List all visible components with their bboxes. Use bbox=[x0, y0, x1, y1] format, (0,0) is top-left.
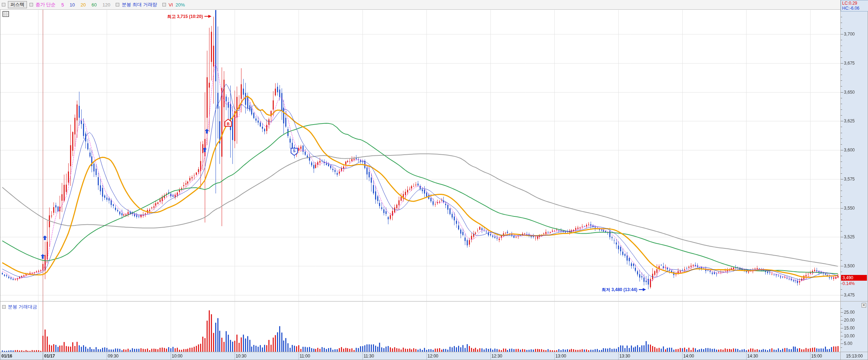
low-annotation: 최저 3,480 (13:44) bbox=[602, 286, 646, 293]
vi-value: 20% bbox=[176, 2, 185, 8]
price-ma-legend[interactable]: 종가 단순 bbox=[36, 1, 56, 8]
time-axis-label: 01/17 bbox=[44, 354, 55, 359]
buy-marker: B bbox=[225, 119, 232, 128]
ma-period-120[interactable]: 120 bbox=[102, 2, 110, 8]
symbol-box[interactable]: 퍼스텍 bbox=[8, 1, 27, 8]
price-axis-label: 3,575 bbox=[844, 177, 855, 182]
volume-axis-label: 25.00 bbox=[844, 310, 855, 315]
time-axis-label: 13:00 bbox=[555, 354, 566, 359]
low-annotation-text: 최저 3,480 (13:44) bbox=[602, 286, 637, 293]
time-axis-label: 12:00 bbox=[428, 354, 438, 359]
volume-axis-label: 5.00 bbox=[844, 341, 852, 346]
stock-chart-window: 퍼스텍 종가 단순 5 10 20 60 120 분봉 최대 거래량 VI 20… bbox=[0, 0, 868, 360]
time-axis-label: 13:30 bbox=[619, 354, 630, 359]
price-axis-label: 3,675 bbox=[844, 61, 855, 66]
volume-panel-label: 분봉 거래대금 bbox=[2, 304, 37, 310]
time-axis-label: 11:00 bbox=[300, 354, 310, 359]
legend-bullet-icon bbox=[162, 3, 166, 6]
ma-period-10[interactable]: 10 bbox=[70, 2, 75, 8]
time-axis-label: 14:00 bbox=[683, 354, 694, 359]
time-axis-label: 10:30 bbox=[236, 354, 246, 359]
ma-period-5[interactable]: 5 bbox=[61, 2, 64, 8]
price-axis-label: 3,700 bbox=[844, 32, 855, 37]
price-axis-label: 3,650 bbox=[844, 90, 855, 95]
axis-end-time: 15:13:00 bbox=[842, 354, 867, 359]
price-axis-label: 3,600 bbox=[844, 148, 855, 153]
legend-bullet-icon bbox=[2, 3, 5, 6]
volume-axis-label: 15.00 bbox=[844, 326, 855, 331]
right-arrow-icon bbox=[204, 15, 212, 18]
price-axis-label: 3,525 bbox=[844, 234, 855, 239]
high-annotation-text: 최고 3,715 (10:20) bbox=[167, 13, 203, 19]
high-annotation: 최고 3,715 (10:20) bbox=[167, 13, 211, 19]
legend-bullet-icon bbox=[116, 3, 119, 6]
chart-canvas[interactable] bbox=[0, 0, 868, 360]
legend-bullet-icon bbox=[2, 305, 6, 309]
sell-marker: S bbox=[291, 148, 298, 157]
volume-panel-label-text: 분봉 거래대금 bbox=[8, 304, 37, 310]
time-axis-label: 11:30 bbox=[364, 354, 374, 359]
svg-text:B: B bbox=[227, 122, 230, 126]
grid-icon[interactable] bbox=[3, 11, 9, 17]
legend-bullet-icon bbox=[29, 3, 33, 6]
hc-value: HC:-6.06 bbox=[842, 6, 868, 11]
svg-text:S: S bbox=[293, 149, 295, 153]
time-axis-label: 09:30 bbox=[108, 354, 119, 359]
price-axis-label: 3,475 bbox=[844, 293, 855, 298]
time-axis-label: 12:30 bbox=[491, 354, 502, 359]
time-axis-label: 15:00 bbox=[811, 354, 822, 359]
time-axis-label: 14:30 bbox=[747, 354, 758, 359]
price-axis-label: 3,500 bbox=[844, 263, 855, 268]
max-volume-legend[interactable]: 분봉 최대 거래량 bbox=[122, 1, 157, 8]
volume-axis-label: 10.00 bbox=[844, 333, 855, 338]
chart-header: 퍼스텍 종가 단순 5 10 20 60 120 분봉 최대 거래량 VI 20… bbox=[0, 0, 840, 10]
time-axis-label: 01/16 bbox=[1, 354, 12, 359]
current-price-badge: 3,490 bbox=[841, 275, 867, 281]
price-axis-label: 3,550 bbox=[844, 206, 855, 211]
ma-period-60[interactable]: 60 bbox=[92, 2, 97, 8]
vi-legend[interactable]: VI bbox=[168, 2, 173, 8]
volume-axis-label: 20.00 bbox=[844, 318, 855, 323]
close-icon[interactable]: × bbox=[862, 303, 866, 308]
lc-value: LC:0.29 bbox=[842, 1, 868, 6]
ma-period-20[interactable]: 20 bbox=[80, 2, 86, 8]
time-axis-label: 10:00 bbox=[172, 354, 183, 359]
price-axis-label: 3,625 bbox=[844, 118, 855, 123]
current-price-percent: 0.14% bbox=[842, 281, 855, 286]
lc-hc-box: LC:0.29 HC:-6.06 bbox=[841, 0, 868, 11]
right-arrow-icon bbox=[639, 288, 646, 291]
